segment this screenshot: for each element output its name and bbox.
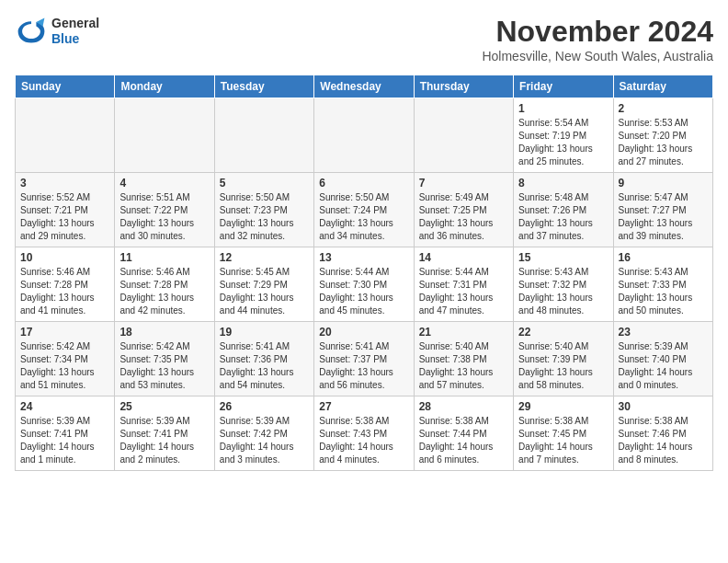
calendar-cell: 28Sunrise: 5:38 AM Sunset: 7:44 PM Dayli… [414,396,513,471]
calendar-cell: 22Sunrise: 5:40 AM Sunset: 7:39 PM Dayli… [514,322,613,396]
calendar-table: SundayMondayTuesdayWednesdayThursdayFrid… [15,75,713,471]
day-info: Sunrise: 5:42 AM Sunset: 7:35 PM Dayligh… [119,340,209,392]
calendar-header-row: SundayMondayTuesdayWednesdayThursdayFrid… [16,75,713,98]
calendar-week-row: 3Sunrise: 5:52 AM Sunset: 7:21 PM Daylig… [16,173,713,247]
day-info: Sunrise: 5:45 AM Sunset: 7:29 PM Dayligh… [220,266,309,317]
day-info: Sunrise: 5:51 AM Sunset: 7:22 PM Dayligh… [119,191,209,243]
calendar-cell: 16Sunrise: 5:43 AM Sunset: 7:33 PM Dayli… [613,247,712,322]
day-info: Sunrise: 5:47 AM Sunset: 7:27 PM Dayligh… [619,191,708,243]
calendar-week-row: 17Sunrise: 5:42 AM Sunset: 7:34 PM Dayli… [16,322,713,396]
day-number: 26 [220,400,309,413]
title-block: November 2024 Holmesville, New South Wal… [482,15,713,63]
day-number: 12 [220,251,309,264]
day-number: 25 [119,400,209,413]
day-info: Sunrise: 5:53 AM Sunset: 7:20 PM Dayligh… [619,117,708,168]
calendar-cell: 5Sunrise: 5:50 AM Sunset: 7:23 PM Daylig… [214,173,313,247]
calendar-cell [16,98,115,173]
day-number: 28 [419,400,508,413]
day-info: Sunrise: 5:50 AM Sunset: 7:24 PM Dayligh… [319,191,408,243]
calendar-cell: 7Sunrise: 5:49 AM Sunset: 7:25 PM Daylig… [414,173,513,247]
day-info: Sunrise: 5:40 AM Sunset: 7:38 PM Dayligh… [419,340,508,392]
calendar-cell: 20Sunrise: 5:41 AM Sunset: 7:37 PM Dayli… [314,322,414,396]
day-info: Sunrise: 5:39 AM Sunset: 7:41 PM Dayligh… [20,415,109,466]
day-info: Sunrise: 5:44 AM Sunset: 7:30 PM Dayligh… [319,266,408,317]
calendar-cell: 1Sunrise: 5:54 AM Sunset: 7:19 PM Daylig… [514,98,613,173]
day-info: Sunrise: 5:38 AM Sunset: 7:46 PM Dayligh… [619,415,708,466]
day-info: Sunrise: 5:46 AM Sunset: 7:28 PM Dayligh… [119,266,209,317]
calendar-cell: 26Sunrise: 5:39 AM Sunset: 7:42 PM Dayli… [214,396,313,471]
calendar-cell [214,98,313,173]
day-number: 20 [319,326,408,339]
logo-icon [15,15,48,48]
day-info: Sunrise: 5:39 AM Sunset: 7:42 PM Dayligh… [220,415,309,466]
calendar-week-row: 1Sunrise: 5:54 AM Sunset: 7:19 PM Daylig… [16,98,713,173]
day-number: 19 [220,326,309,339]
calendar-cell: 30Sunrise: 5:38 AM Sunset: 7:46 PM Dayli… [613,396,712,471]
day-number: 13 [319,251,408,264]
day-number: 16 [619,251,708,264]
calendar-cell: 25Sunrise: 5:39 AM Sunset: 7:41 PM Dayli… [115,396,214,471]
calendar-cell [314,98,414,173]
calendar-cell: 12Sunrise: 5:45 AM Sunset: 7:29 PM Dayli… [214,247,313,322]
day-number: 15 [518,251,608,264]
calendar-cell: 2Sunrise: 5:53 AM Sunset: 7:20 PM Daylig… [613,98,712,173]
calendar-cell: 11Sunrise: 5:46 AM Sunset: 7:28 PM Dayli… [115,247,214,322]
calendar-cell: 8Sunrise: 5:48 AM Sunset: 7:26 PM Daylig… [514,173,613,247]
calendar-header-monday: Monday [115,75,214,98]
logo-general-text: General [51,16,99,31]
day-info: Sunrise: 5:52 AM Sunset: 7:21 PM Dayligh… [20,191,109,243]
day-number: 11 [119,251,209,264]
calendar-header-sunday: Sunday [16,75,115,98]
calendar-cell: 4Sunrise: 5:51 AM Sunset: 7:22 PM Daylig… [115,173,214,247]
day-info: Sunrise: 5:48 AM Sunset: 7:26 PM Dayligh… [518,191,608,243]
day-info: Sunrise: 5:49 AM Sunset: 7:25 PM Dayligh… [419,191,508,243]
day-info: Sunrise: 5:50 AM Sunset: 7:23 PM Dayligh… [220,191,309,243]
day-number: 30 [619,400,708,413]
day-number: 18 [119,326,209,339]
day-number: 27 [319,400,408,413]
calendar-header-tuesday: Tuesday [214,75,313,98]
day-info: Sunrise: 5:38 AM Sunset: 7:45 PM Dayligh… [518,415,608,466]
calendar-cell: 29Sunrise: 5:38 AM Sunset: 7:45 PM Dayli… [514,396,613,471]
calendar-cell: 10Sunrise: 5:46 AM Sunset: 7:28 PM Dayli… [16,247,115,322]
day-info: Sunrise: 5:38 AM Sunset: 7:43 PM Dayligh… [319,415,408,466]
location-text: Holmesville, New South Wales, Australia [482,49,713,63]
calendar-header-saturday: Saturday [613,75,712,98]
calendar-cell: 23Sunrise: 5:39 AM Sunset: 7:40 PM Dayli… [613,322,712,396]
calendar-cell [414,98,513,173]
day-info: Sunrise: 5:39 AM Sunset: 7:41 PM Dayligh… [119,415,209,466]
calendar-cell [115,98,214,173]
day-number: 10 [20,251,109,264]
calendar-header-wednesday: Wednesday [314,75,414,98]
calendar-week-row: 10Sunrise: 5:46 AM Sunset: 7:28 PM Dayli… [16,247,713,322]
day-info: Sunrise: 5:41 AM Sunset: 7:36 PM Dayligh… [220,340,309,392]
calendar-cell: 15Sunrise: 5:43 AM Sunset: 7:32 PM Dayli… [514,247,613,322]
day-info: Sunrise: 5:38 AM Sunset: 7:44 PM Dayligh… [419,415,508,466]
logo-blue-text: Blue [51,31,99,47]
day-number: 7 [419,177,508,190]
calendar-cell: 21Sunrise: 5:40 AM Sunset: 7:38 PM Dayli… [414,322,513,396]
day-number: 22 [518,326,608,339]
day-info: Sunrise: 5:41 AM Sunset: 7:37 PM Dayligh… [319,340,408,392]
day-info: Sunrise: 5:44 AM Sunset: 7:31 PM Dayligh… [419,266,508,317]
day-number: 3 [20,177,109,190]
calendar-cell: 18Sunrise: 5:42 AM Sunset: 7:35 PM Dayli… [115,322,214,396]
calendar-cell: 17Sunrise: 5:42 AM Sunset: 7:34 PM Dayli… [16,322,115,396]
day-number: 17 [20,326,109,339]
day-number: 23 [619,326,708,339]
calendar-cell: 3Sunrise: 5:52 AM Sunset: 7:21 PM Daylig… [16,173,115,247]
calendar-cell: 19Sunrise: 5:41 AM Sunset: 7:36 PM Dayli… [214,322,313,396]
day-info: Sunrise: 5:42 AM Sunset: 7:34 PM Dayligh… [20,340,109,392]
day-number: 9 [619,177,708,190]
calendar-cell: 27Sunrise: 5:38 AM Sunset: 7:43 PM Dayli… [314,396,414,471]
day-number: 14 [419,251,508,264]
calendar-header-friday: Friday [514,75,613,98]
logo: General Blue [15,15,99,48]
calendar-cell: 6Sunrise: 5:50 AM Sunset: 7:24 PM Daylig… [314,173,414,247]
day-number: 1 [518,102,608,115]
calendar-header-thursday: Thursday [414,75,513,98]
day-number: 6 [319,177,408,190]
day-number: 5 [220,177,309,190]
day-number: 4 [119,177,209,190]
calendar-cell: 9Sunrise: 5:47 AM Sunset: 7:27 PM Daylig… [613,173,712,247]
